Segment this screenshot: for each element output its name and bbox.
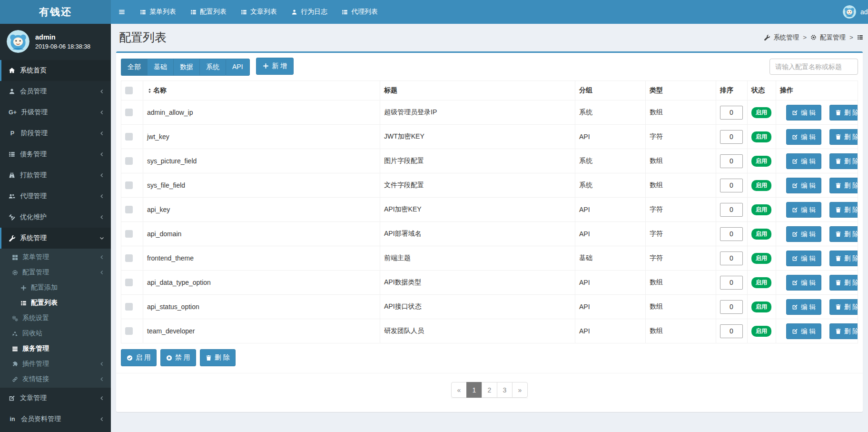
sort-order-input[interactable] [720, 154, 743, 168]
delete-button[interactable]: 删 除 [829, 129, 858, 145]
sidebar-toggle-button[interactable] [111, 0, 133, 24]
breadcrumb-config-mgmt[interactable]: 配置管理 [820, 33, 846, 42]
filter-data-button[interactable]: 数据 [173, 59, 199, 76]
edit-icon [792, 280, 798, 286]
row-checkbox[interactable] [125, 109, 133, 116]
edit-button[interactable]: 编 辑 [786, 226, 821, 242]
config-name-cell: team_developer [143, 319, 380, 343]
edit-icon [792, 182, 798, 189]
th-icon [12, 254, 18, 261]
edit-button[interactable]: 编 辑 [786, 129, 821, 145]
sidebar-item-menu-mgmt[interactable]: 菜单管理 [0, 250, 111, 265]
sort-order-input[interactable] [720, 276, 743, 290]
nav-item-article-list[interactable]: 文章列表 [234, 0, 284, 24]
edit-button[interactable]: 编 辑 [786, 275, 821, 291]
gear-icon [12, 270, 18, 276]
pagination-page-2[interactable]: 2 [482, 382, 497, 398]
nav-item-behavior-log[interactable]: 行为日志 [284, 0, 335, 24]
user-icon [9, 88, 15, 95]
sort-order-input[interactable] [720, 106, 743, 120]
navbar-user-menu[interactable]: admin [843, 0, 868, 24]
sidebar-item-debt-mgmt[interactable]: 债务管理 [0, 144, 111, 165]
sort-order-input[interactable] [720, 179, 743, 192]
config-name-cell: api_domain [143, 222, 380, 246]
row-checkbox[interactable] [125, 279, 133, 286]
edit-button[interactable]: 编 辑 [786, 323, 821, 339]
edit-button[interactable]: 编 辑 [786, 202, 821, 218]
sidebar-item-friend-links[interactable]: 友情链接 [0, 372, 111, 387]
bulk-delete-button[interactable]: 删 除 [200, 349, 236, 366]
nav-item-menu-list[interactable]: 菜单列表 [133, 0, 183, 24]
sort-order-input[interactable] [720, 324, 743, 338]
sidebar-item-system-mgmt[interactable]: 系统管理 [0, 228, 111, 249]
sidebar-item-agent-mgmt[interactable]: 代理管理 [0, 186, 111, 207]
delete-button[interactable]: 删 除 [829, 299, 858, 315]
sidebar-item-service-mgmt[interactable]: 服务管理 [0, 341, 111, 356]
sidebar-item-stage-mgmt[interactable]: P阶段管理 [0, 123, 111, 144]
row-checkbox[interactable] [125, 230, 133, 238]
sidebar-item-upgrade-mgmt[interactable]: G+升级管理 [0, 102, 111, 123]
delete-button[interactable]: 删 除 [829, 251, 858, 266]
breadcrumb-system-mgmt[interactable]: 系统管理 [773, 33, 799, 42]
row-checkbox[interactable] [125, 206, 133, 213]
sidebar-item-member-mgmt[interactable]: 会员管理 [0, 81, 111, 102]
pagination-page-1[interactable]: 1 [466, 382, 482, 398]
sidebar-item-plugin-mgmt[interactable]: 插件管理 [0, 356, 111, 372]
trash-icon [835, 328, 841, 334]
delete-button[interactable]: 删 除 [829, 153, 858, 169]
delete-button[interactable]: 删 除 [829, 178, 858, 193]
sort-order-input[interactable] [720, 251, 743, 265]
pagination-prev[interactable]: « [451, 382, 467, 398]
row-checkbox[interactable] [125, 254, 133, 262]
bulk-enable-button[interactable]: 启 用 [121, 349, 157, 366]
sort-by-name-header[interactable]: 名称 [147, 86, 376, 95]
sidebar-item-config-add[interactable]: 配置添加 [0, 280, 111, 295]
filter-basic-button[interactable]: 基础 [147, 59, 173, 76]
row-checkbox[interactable] [125, 157, 133, 165]
pagination-next[interactable]: » [512, 382, 528, 398]
sort-order-input[interactable] [720, 227, 743, 241]
sidebar-item-recycle-bin[interactable]: 回收站 [0, 326, 111, 341]
nav-item-agent-list[interactable]: 代理列表 [335, 0, 385, 24]
delete-button[interactable]: 删 除 [829, 275, 858, 291]
sidebar-item-home[interactable]: 系统首页 [0, 60, 111, 81]
delete-button[interactable]: 删 除 [829, 323, 858, 339]
delete-button[interactable]: 删 除 [829, 226, 858, 242]
sidebar-item-member-profile-mgmt[interactable]: in会员资料管理 [0, 409, 111, 430]
filter-all-button[interactable]: 全部 [121, 59, 147, 76]
trash-icon [835, 110, 841, 116]
edit-button[interactable]: 编 辑 [786, 251, 821, 266]
row-checkbox[interactable] [125, 327, 133, 335]
app-logo[interactable]: 有钱还 [0, 0, 111, 24]
pagination-page-3[interactable]: 3 [497, 382, 513, 398]
filter-api-button[interactable]: API [226, 59, 250, 76]
sidebar-item-config-mgmt[interactable]: 配置管理 [0, 265, 111, 280]
sort-order-input[interactable] [720, 300, 743, 314]
sidebar-item-optimize-mgmt[interactable]: 优化维护 [0, 207, 111, 228]
sidebar-item-config-list[interactable]: 配置列表 [0, 295, 111, 311]
row-checkbox[interactable] [125, 181, 133, 189]
row-checkbox[interactable] [125, 133, 133, 141]
bulk-disable-button[interactable]: 禁 用 [160, 349, 196, 366]
sidebar-item-article-mgmt[interactable]: 文章管理 [0, 388, 111, 409]
chevron-left-icon [99, 152, 104, 157]
sidebar-item-feedback-mgmt[interactable]: 意见反馈管理 [0, 430, 111, 432]
nav-item-config-list[interactable]: 配置列表 [183, 0, 234, 24]
edit-button[interactable]: 编 辑 [786, 105, 821, 121]
search-input[interactable] [769, 59, 858, 75]
sort-order-input[interactable] [720, 203, 743, 217]
add-config-button[interactable]: 新 增 [256, 58, 294, 75]
sidebar-item-payment-mgmt[interactable]: 打款管理 [0, 165, 111, 186]
edit-button[interactable]: 编 辑 [786, 299, 821, 315]
config-name-cell: frontend_theme [143, 246, 380, 271]
edit-button[interactable]: 编 辑 [786, 178, 821, 193]
select-all-checkbox[interactable] [125, 87, 133, 94]
row-checkbox[interactable] [125, 303, 133, 311]
sort-order-input[interactable] [720, 130, 743, 144]
delete-button[interactable]: 删 除 [829, 202, 858, 218]
filter-system-button[interactable]: 系统 [199, 59, 226, 76]
delete-button[interactable]: 删 除 [829, 105, 858, 121]
sort-icon [147, 88, 152, 93]
edit-button[interactable]: 编 辑 [786, 153, 821, 169]
sidebar-item-system-settings[interactable]: 系统设置 [0, 311, 111, 326]
